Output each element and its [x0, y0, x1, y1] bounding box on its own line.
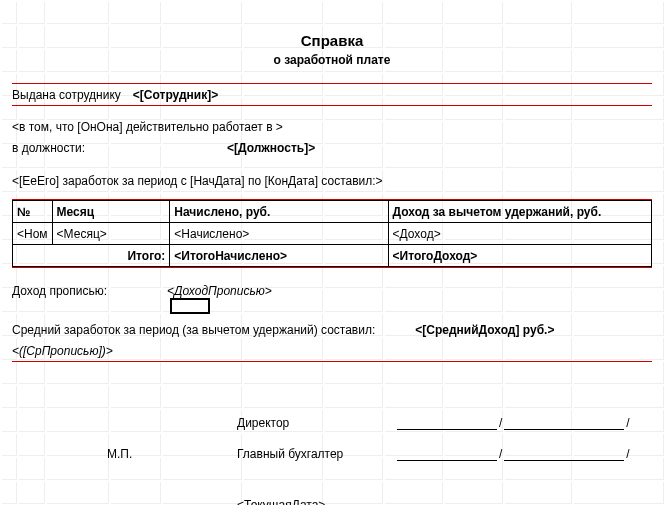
average-label: Средний заработок за период (за вычетом … [12, 323, 375, 337]
average-value: <[СреднийДоход] руб.> [415, 323, 554, 337]
th-num: № [13, 201, 53, 223]
signature-line [504, 415, 624, 430]
period-line: <[ЕеЕго] заработок за период с [НачДата]… [12, 174, 383, 188]
issued-value: <[Сотрудник]> [133, 88, 218, 102]
td-net: <Доход> [388, 223, 651, 245]
position-label: в должности: [12, 141, 227, 155]
date-value: <ТекущаяДата> [237, 498, 325, 506]
signature-line [397, 415, 497, 430]
chief-accountant-label: Главный бухгалтер [237, 447, 397, 461]
table-totals-row: Итого: <ИтогоНачислено> <ИтогоДоход> [13, 245, 652, 267]
signature-line [397, 446, 497, 461]
td-month: <Месяц> [52, 223, 170, 245]
slash: / [497, 447, 504, 461]
average-words: <([СрПрописью])> [12, 344, 113, 358]
th-net: Доход за вычетом удержаний, руб. [388, 201, 651, 223]
issued-label: Выдана сотруднику [12, 88, 121, 102]
td-num: <Ном [13, 223, 53, 245]
selected-cell[interactable] [170, 298, 210, 314]
earnings-table: № Месяц Начислено, руб. Доход за вычетом… [12, 200, 652, 267]
income-words-value: <ДоходПрописью> [167, 284, 272, 298]
th-month: Месяц [52, 201, 170, 223]
totals-charged: <ИтогоНачислено> [170, 245, 388, 267]
th-charged: Начислено, руб. [170, 201, 388, 223]
slash: / [497, 416, 504, 430]
totals-net: <ИтогоДоход> [388, 245, 651, 267]
mp-label: М.П. [107, 447, 237, 461]
doc-title: Справка [12, 0, 652, 49]
slash: / [624, 447, 631, 461]
table-header-row: № Месяц Начислено, руб. Доход за вычетом… [13, 201, 652, 223]
works-in-line1: <в том, что [ОнОна] действительно работа… [12, 120, 283, 134]
slash: / [624, 416, 631, 430]
position-value: <[Должность]> [227, 141, 315, 155]
totals-label: Итого: [13, 245, 170, 267]
signature-line [504, 446, 624, 461]
income-words-label: Доход прописью: [12, 284, 167, 298]
doc-subtitle: о заработной плате [12, 53, 652, 67]
director-label: Директор [237, 416, 397, 430]
td-charged: <Начислено> [170, 223, 388, 245]
table-row: <Ном <Месяц> <Начислено> <Доход> [13, 223, 652, 245]
